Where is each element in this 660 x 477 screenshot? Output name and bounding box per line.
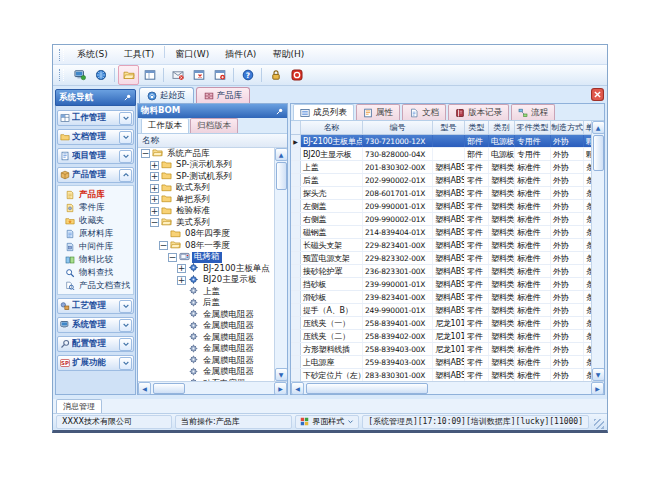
computer-button[interactable] bbox=[69, 65, 90, 85]
power-button[interactable] bbox=[286, 65, 307, 85]
member-tab-属性[interactable]: 属性 bbox=[356, 104, 400, 120]
grid-vertical-scrollbar[interactable]: ▲ ▼ bbox=[591, 121, 604, 381]
tree-node-后盖[interactable]: 后盖 bbox=[138, 298, 274, 310]
sidebar-group-3[interactable]: 产品管理 bbox=[57, 167, 134, 183]
sidebar-group-7[interactable]: SP扩展功能 bbox=[57, 355, 134, 371]
expand-icon[interactable]: + bbox=[150, 184, 159, 193]
column-header-类别[interactable]: 类别 bbox=[489, 121, 515, 134]
lock-button[interactable] bbox=[265, 65, 286, 85]
table-row-17[interactable]: 上电源座259-839403-00X塑料ABS零件塑料类标准件外协条 bbox=[291, 356, 591, 369]
chevron-up-icon[interactable] bbox=[119, 169, 132, 182]
menu-item-4[interactable]: 帮助(H) bbox=[264, 46, 312, 63]
toolbar-grip[interactable] bbox=[59, 69, 64, 81]
scroll-up-arrow-icon[interactable]: ▲ bbox=[275, 148, 288, 161]
close-tab-button[interactable] bbox=[591, 88, 604, 101]
scroll-thumb[interactable] bbox=[306, 383, 428, 394]
column-header-零件类型[interactable]: 零件类型 bbox=[515, 121, 551, 134]
menu-item-1[interactable]: 工具(T) bbox=[116, 46, 163, 63]
tree-node-SP-演示机系列[interactable]: +SP-演示机系列 bbox=[138, 160, 274, 172]
globe-button[interactable] bbox=[90, 65, 111, 85]
menu-item-3[interactable]: 插件(A) bbox=[217, 46, 264, 63]
version-tab-工作版本[interactable]: 工作版本 bbox=[141, 118, 189, 133]
sidebar-item-物料查找[interactable]: 物料查找 bbox=[65, 267, 133, 278]
sidebar-item-产品文档查找[interactable]: 产品文档查找 bbox=[65, 280, 133, 291]
table-row-6[interactable]: 右侧盖209-990002-01X塑料ABS零件塑料类标准件外协条 bbox=[291, 213, 591, 226]
table-row-13[interactable]: 提手（A、B）249-990001-01X塑料ABS零件塑料类标准件外协条 bbox=[291, 304, 591, 317]
table-row-10[interactable]: 接砂轮护罩236-823301-00X塑料ABS零件塑料类标准件外协条 bbox=[291, 265, 591, 278]
tree-column-header[interactable]: 名称 bbox=[138, 134, 287, 148]
grid-horizontal-scrollbar[interactable]: ◀ ▶ bbox=[291, 381, 604, 394]
chevron-down-icon[interactable] bbox=[119, 150, 132, 163]
chevron-down-icon[interactable] bbox=[119, 319, 132, 332]
column-header-编号[interactable]: 编号 bbox=[363, 121, 433, 134]
column-header-名称[interactable]: 名称 bbox=[301, 121, 363, 134]
tree-node-电烤箱[interactable]: −电烤箱 bbox=[138, 252, 274, 264]
sidebar-group-5[interactable]: 系统管理 bbox=[57, 317, 134, 333]
expand-icon[interactable]: + bbox=[150, 161, 159, 170]
version-tab-归档版本[interactable]: 归档版本 bbox=[190, 118, 238, 133]
message-manager-tab[interactable]: 消息管理 bbox=[56, 399, 102, 413]
tree-node-金属膜电阻器[interactable]: 金属膜电阻器 bbox=[138, 344, 274, 356]
document-tab-产品库[interactable]: 产品库 bbox=[196, 87, 251, 103]
ui-style-dropdown[interactable]: 界面样式 bbox=[295, 415, 359, 429]
pin-icon[interactable] bbox=[275, 107, 284, 116]
sidebar-group-1[interactable]: 文档管理 bbox=[57, 129, 134, 145]
tree-node-系统产品库[interactable]: −系统产品库 bbox=[138, 148, 274, 160]
tree-node-上盖[interactable]: 上盖 bbox=[138, 286, 274, 298]
pin-icon[interactable] bbox=[123, 93, 132, 102]
menu-item-0[interactable]: 系统(S) bbox=[69, 46, 116, 63]
scroll-down-arrow-icon[interactable]: ▼ bbox=[275, 368, 288, 381]
collapse-icon[interactable]: − bbox=[141, 149, 150, 158]
table-row-11[interactable]: 挡砂板239-990001-01X塑料ABS零件塑料类标准件外协条 bbox=[291, 278, 591, 291]
member-tab-文档[interactable]: 文档 bbox=[402, 104, 446, 120]
chevron-down-icon[interactable] bbox=[119, 357, 132, 370]
tree-node-08年一季度[interactable]: −08年一季度 bbox=[138, 240, 274, 252]
member-tab-成员列表[interactable]: 成员列表 bbox=[293, 104, 354, 120]
scroll-left-arrow-icon[interactable]: ◀ bbox=[138, 382, 151, 395]
tree-node-欧式系列[interactable]: +欧式系列 bbox=[138, 183, 274, 195]
scroll-thumb[interactable] bbox=[593, 135, 604, 171]
mail-error-button[interactable] bbox=[167, 65, 188, 85]
sidebar-item-原材料库[interactable]: 原材料库 bbox=[65, 228, 133, 239]
column-header-型号[interactable]: 型号 bbox=[433, 121, 465, 134]
folder-open-button[interactable] bbox=[118, 65, 139, 85]
table-row-4[interactable]: 探头壳208-601701-01X塑料ABS零件塑料类标准件外协条 bbox=[291, 187, 591, 200]
tree-node-08年四季度[interactable]: 08年四季度 bbox=[138, 229, 274, 241]
table-row-9[interactable]: 预置电源支架229-823302-00X塑料ABS零件塑料类标准件外协条 bbox=[291, 252, 591, 265]
sidebar-group-2[interactable]: 项目管理 bbox=[57, 148, 134, 164]
tree-node-金属膜电阻器[interactable]: 金属膜电阻器 bbox=[138, 321, 274, 333]
scroll-down-arrow-icon[interactable]: ▼ bbox=[592, 368, 605, 381]
menubar-grip[interactable] bbox=[59, 49, 64, 61]
tree-node-金属膜电阻器[interactable]: 金属膜电阻器 bbox=[138, 309, 274, 321]
sidebar-group-0[interactable]: 工作管理 bbox=[57, 110, 134, 126]
table-row-5[interactable]: 左侧盖209-990001-01X塑料ABS零件塑料类标准件外协条 bbox=[291, 200, 591, 213]
window-refresh-button[interactable] bbox=[209, 65, 230, 85]
scroll-left-arrow-icon[interactable]: ◀ bbox=[291, 382, 304, 395]
member-tab-版本记录[interactable]: 版本记录 bbox=[448, 104, 509, 120]
tree-node-检验标准[interactable]: +检验标准 bbox=[138, 206, 274, 218]
tree-node-金属膜电阻器[interactable]: 金属膜电阻器 bbox=[138, 355, 274, 367]
tree-node-BJ20主显示板[interactable]: +BJ20主显示板 bbox=[138, 275, 274, 287]
sidebar-item-中间件库[interactable]: 中间件库 bbox=[65, 241, 133, 252]
expand-icon[interactable]: + bbox=[177, 264, 186, 273]
table-row-12[interactable]: 滑砂板239-823401-00X塑料ABS零件塑料类标准件外协条 bbox=[291, 291, 591, 304]
chevron-down-icon[interactable] bbox=[119, 112, 132, 125]
resize-grip[interactable] bbox=[594, 419, 604, 429]
window-close-button[interactable] bbox=[188, 65, 209, 85]
expand-icon[interactable]: + bbox=[150, 195, 159, 204]
tree-vertical-scrollbar[interactable]: ▲ ▼ bbox=[274, 148, 287, 381]
tree-node-SP-测试机系列[interactable]: +SP-测试机系列 bbox=[138, 171, 274, 183]
scroll-right-arrow-icon[interactable]: ▶ bbox=[591, 382, 604, 395]
menu-item-2[interactable]: 窗口(W) bbox=[167, 46, 217, 63]
expand-icon[interactable]: + bbox=[150, 172, 159, 181]
expand-icon[interactable]: + bbox=[150, 207, 159, 216]
tree-node-BJ-2100主板单点[interactable]: +BJ-2100主板单点 bbox=[138, 263, 274, 275]
scroll-up-arrow-icon[interactable]: ▲ bbox=[592, 121, 605, 134]
table-row-14[interactable]: 压线夹（一）258-839401-00X尼龙1010零件塑料类标准件外协条 bbox=[291, 317, 591, 330]
member-tab-流程[interactable]: 流程 bbox=[511, 104, 555, 120]
table-row-15[interactable]: 压线夹（二）258-839402-00X尼龙1010零件塑料类标准件外协条 bbox=[291, 330, 591, 343]
sidebar-item-物料比较[interactable]: 物料比较 bbox=[65, 254, 133, 265]
table-row-3[interactable]: 后盖202-990002-01X塑料ABS零件塑料类标准件外协条 bbox=[291, 174, 591, 187]
sidebar-group-4[interactable]: 工艺管理 bbox=[57, 298, 134, 314]
collapse-icon[interactable]: − bbox=[150, 218, 159, 227]
